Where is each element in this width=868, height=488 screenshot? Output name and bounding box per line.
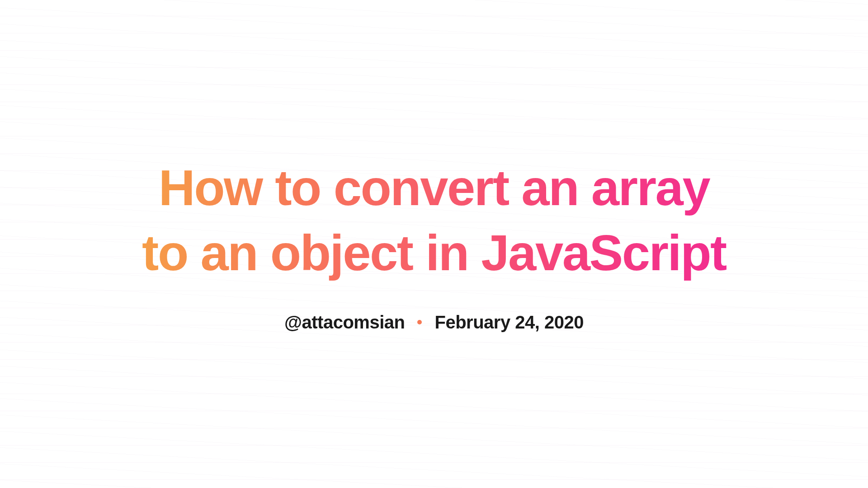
publish-date: February 24, 2020 xyxy=(434,312,584,333)
article-title: How to convert an array to an object in … xyxy=(140,155,728,285)
article-meta: @attacomsian February 24, 2020 xyxy=(140,312,728,333)
content-card: How to convert an array to an object in … xyxy=(122,155,746,333)
separator-dot-icon xyxy=(417,320,422,324)
author-handle: @attacomsian xyxy=(284,312,405,333)
